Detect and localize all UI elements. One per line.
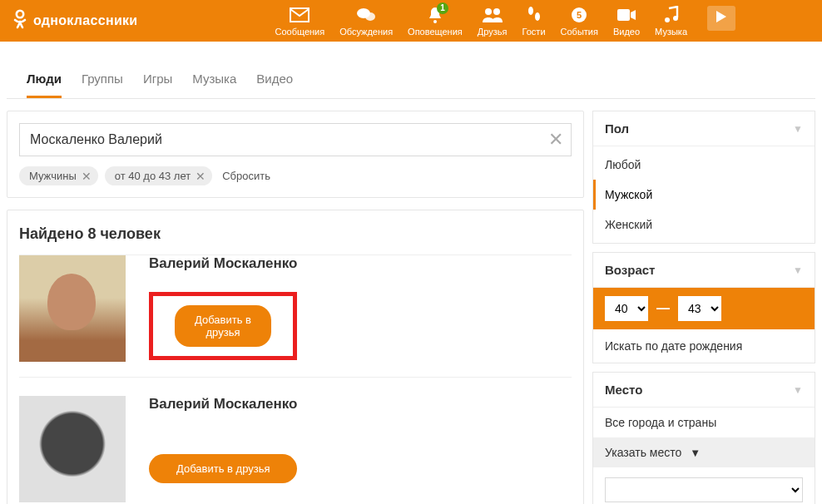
nav-guests[interactable]: Гости bbox=[522, 6, 546, 37]
chip-gender[interactable]: Мужчины ✕ bbox=[19, 166, 98, 185]
tab-video[interactable]: Видео bbox=[256, 72, 293, 98]
age-to-select[interactable]: 43 bbox=[678, 296, 721, 321]
top-navbar: одноклассники Сообщения Обсуждения 1 Опо… bbox=[0, 0, 822, 42]
search-input[interactable] bbox=[19, 123, 572, 156]
mail-icon bbox=[290, 6, 309, 24]
tab-music[interactable]: Музыка bbox=[192, 72, 236, 98]
filter-age: Возраст ▼ 40 — 43 Искать по дате рождени… bbox=[592, 252, 815, 363]
place-pick-label: Указать место bbox=[605, 446, 681, 459]
country-select[interactable] bbox=[605, 477, 803, 502]
filter-title: Пол bbox=[605, 121, 629, 136]
clear-icon[interactable]: ✕ bbox=[548, 129, 563, 151]
reset-filters[interactable]: Сбросить bbox=[222, 170, 270, 182]
add-friend-button[interactable]: Добавить в друзья bbox=[175, 305, 271, 347]
nav-label: Обсуждения bbox=[339, 27, 393, 37]
svg-point-11 bbox=[665, 17, 670, 22]
nav-friends[interactable]: Друзья bbox=[478, 6, 508, 37]
filter-title: Возраст bbox=[605, 263, 655, 277]
result-item: Валерий Москаленко Добавить в друзья bbox=[19, 254, 572, 377]
search-panel: ✕ Мужчины ✕ от 40 до 43 лет ✕ Сбросить bbox=[7, 111, 584, 198]
tab-people[interactable]: Люди bbox=[27, 72, 62, 98]
nav-label: События bbox=[561, 27, 598, 37]
gender-any[interactable]: Любой bbox=[593, 150, 815, 180]
svg-point-0 bbox=[17, 11, 23, 17]
nav-label: Видео bbox=[613, 27, 640, 37]
gender-female[interactable]: Женский bbox=[593, 210, 815, 240]
svg-point-7 bbox=[535, 12, 540, 21]
triangle-down-icon: ▼ bbox=[690, 447, 701, 459]
nav-label: Друзья bbox=[478, 27, 508, 37]
svg-point-5 bbox=[493, 8, 500, 15]
results-title: Найдено 8 человек bbox=[19, 222, 572, 254]
avatar[interactable] bbox=[19, 255, 126, 362]
filter-title: Место bbox=[605, 383, 642, 397]
gender-male[interactable]: Мужской bbox=[593, 180, 815, 210]
age-range-row: 40 — 43 bbox=[593, 288, 815, 329]
nav-label: Оповещения bbox=[408, 27, 463, 37]
chevron-down-icon: ▼ bbox=[793, 384, 803, 396]
chevron-down-icon: ▼ bbox=[793, 264, 803, 276]
chat-icon bbox=[356, 6, 376, 24]
nav-music[interactable]: Музыка bbox=[655, 6, 687, 37]
events-icon: 5 bbox=[570, 6, 588, 24]
notif-badge: 1 bbox=[437, 2, 448, 14]
age-from-select[interactable]: 40 bbox=[605, 296, 648, 321]
camera-icon bbox=[616, 6, 636, 24]
chip-age[interactable]: от 40 до 43 лет ✕ bbox=[105, 166, 212, 185]
results-panel: Найдено 8 человек Валерий Москаленко Доб… bbox=[7, 210, 584, 504]
tab-games[interactable]: Игры bbox=[143, 72, 172, 98]
person-name[interactable]: Валерий Москаленко bbox=[149, 255, 297, 272]
nav-events[interactable]: 5 События bbox=[561, 6, 598, 37]
nav-discussions[interactable]: Обсуждения bbox=[339, 6, 393, 37]
nav-label: Музыка bbox=[655, 27, 687, 37]
brand-text: одноклассники bbox=[33, 13, 137, 28]
nav-label: Гости bbox=[522, 27, 546, 37]
nav-label: Сообщения bbox=[275, 27, 324, 37]
chip-label: от 40 до 43 лет bbox=[115, 170, 191, 182]
nav-items: Сообщения Обсуждения 1 Оповещения Друзья… bbox=[275, 6, 735, 37]
filter-gender: Пол ▼ Любой Мужской Женский bbox=[592, 111, 815, 244]
chevron-down-icon: ▼ bbox=[793, 123, 803, 135]
footsteps-icon bbox=[526, 6, 542, 24]
add-friend-button[interactable]: Добавить в друзья bbox=[149, 454, 297, 483]
svg-text:5: 5 bbox=[577, 10, 582, 20]
filter-age-head[interactable]: Возраст ▼ bbox=[593, 253, 815, 288]
filter-place-head[interactable]: Место ▼ bbox=[593, 373, 815, 408]
chip-label: Мужчины bbox=[29, 170, 77, 182]
chip-remove-icon[interactable]: ✕ bbox=[82, 170, 92, 182]
filter-place: Место ▼ Все города и страны Указать мест… bbox=[592, 372, 815, 504]
highlight-annotation: Добавить в друзья bbox=[149, 292, 297, 360]
svg-point-4 bbox=[485, 8, 492, 15]
filter-gender-head[interactable]: Пол ▼ bbox=[593, 111, 815, 146]
result-item: Валерий Москаленко Добавить в друзья bbox=[19, 377, 572, 504]
search-tabs: Люди Группы Игры Музыка Видео bbox=[7, 53, 815, 99]
play-button[interactable] bbox=[707, 6, 735, 31]
nav-notifications[interactable]: 1 Оповещения bbox=[408, 6, 463, 37]
avatar[interactable] bbox=[19, 396, 126, 502]
person-name[interactable]: Валерий Москаленко bbox=[149, 396, 297, 413]
music-icon bbox=[663, 6, 680, 24]
friends-icon bbox=[482, 6, 503, 24]
dash-icon: — bbox=[656, 301, 670, 316]
svg-point-12 bbox=[673, 16, 678, 21]
nav-messages[interactable]: Сообщения bbox=[275, 6, 324, 37]
place-all[interactable]: Все города и страны bbox=[593, 408, 815, 437]
search-by-birthdate[interactable]: Искать по дате рождения bbox=[593, 329, 815, 363]
tab-groups[interactable]: Группы bbox=[82, 72, 123, 98]
chip-remove-icon[interactable]: ✕ bbox=[196, 170, 206, 182]
brand[interactable]: одноклассники bbox=[12, 9, 137, 32]
svg-rect-10 bbox=[617, 9, 630, 21]
svg-point-2 bbox=[365, 12, 375, 21]
ok-logo-icon bbox=[12, 9, 28, 32]
place-pick[interactable]: Указать место ▼ bbox=[593, 437, 815, 467]
play-icon bbox=[716, 10, 727, 27]
nav-video[interactable]: Видео bbox=[613, 6, 640, 37]
svg-point-3 bbox=[433, 20, 437, 23]
svg-point-6 bbox=[528, 7, 533, 15]
